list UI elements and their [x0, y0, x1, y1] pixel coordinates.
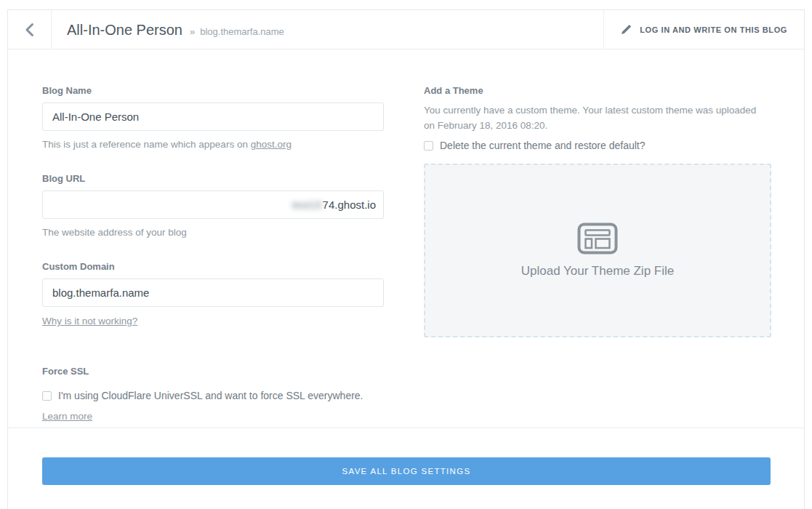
blog-name-label: Blog Name — [42, 85, 384, 97]
blog-name-helper: This is just a reference name which appe… — [42, 138, 384, 151]
settings-panel: All-In-One Person » blog.themarfa.name L… — [7, 9, 805, 509]
back-button[interactable] — [8, 10, 52, 49]
add-theme-label: Add a Theme — [424, 85, 772, 97]
force-ssl-checkbox[interactable] — [42, 391, 52, 401]
breadcrumb: All-In-One Person » blog.themarfa.name — [52, 10, 603, 49]
theme-description: You currently have a custom theme. Your … — [424, 103, 765, 133]
header-bar: All-In-One Person » blog.themarfa.name L… — [8, 10, 804, 49]
settings-content: Blog Name This is just a reference name … — [8, 49, 804, 428]
delete-theme-checkbox-label: Delete the current theme and restore def… — [440, 139, 646, 152]
why-not-working-link[interactable]: Why is it not working? — [42, 315, 137, 328]
theme-settings-column: Add a Theme You currently have a custom … — [424, 49, 772, 337]
save-bar: SAVE ALL BLOG SETTINGS — [8, 457, 804, 509]
pencil-icon — [621, 24, 632, 35]
blog-domain-text: blog.themarfa.name — [200, 26, 284, 37]
custom-domain-label: Custom Domain — [42, 261, 384, 273]
force-ssl-row: I'm using CloudFlare UniverSSL and want … — [42, 389, 384, 402]
theme-layout-icon — [577, 223, 618, 254]
blog-name-helper-text: This is just a reference name which appe… — [42, 139, 251, 150]
delete-theme-row: Delete the current theme and restore def… — [424, 139, 772, 152]
log-in-and-write-button[interactable]: LOG IN AND WRITE ON THIS BLOG — [603, 10, 804, 49]
blog-url-label: Blog URL — [42, 173, 384, 185]
blog-url-input[interactable]: test1574.ghost.io — [42, 191, 384, 219]
breadcrumb-separator: » — [190, 26, 195, 37]
chevron-left-icon — [25, 23, 34, 37]
blog-url-visible-text: 74.ghost.io — [323, 199, 376, 211]
ghost-org-link[interactable]: ghost.org — [251, 139, 292, 150]
upload-theme-label: Upload Your Theme Zip File — [521, 264, 674, 278]
delete-theme-checkbox[interactable] — [424, 141, 433, 151]
blog-url-helper: The website address of your blog — [42, 226, 384, 239]
theme-upload-dropzone[interactable]: Upload Your Theme Zip File — [424, 164, 771, 337]
force-ssl-label: Force SSL — [42, 366, 384, 377]
log-in-and-write-label: LOG IN AND WRITE ON THIS BLOG — [640, 25, 787, 34]
save-all-blog-settings-button[interactable]: SAVE ALL BLOG SETTINGS — [42, 457, 771, 485]
custom-domain-input[interactable] — [42, 278, 384, 307]
blog-url-redacted-text: test15 — [292, 199, 322, 211]
ghost-blog-settings-page: All-In-One Person » blog.themarfa.name L… — [0, 0, 812, 509]
learn-more-link[interactable]: Learn more — [42, 410, 92, 423]
page-title: All-In-One Person — [67, 10, 182, 49]
force-ssl-checkbox-label: I'm using CloudFlare UniverSSL and want … — [58, 389, 363, 402]
blog-name-input[interactable] — [42, 103, 384, 131]
general-settings-column: Blog Name This is just a reference name … — [42, 49, 384, 423]
